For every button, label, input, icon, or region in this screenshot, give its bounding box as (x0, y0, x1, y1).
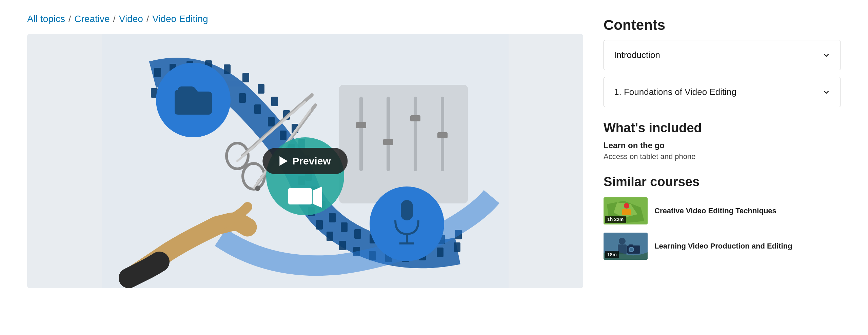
preview-button[interactable]: Preview (262, 148, 348, 174)
accordion-introduction-label: Introduction (614, 50, 660, 60)
play-icon (279, 156, 288, 166)
similar-courses-title: Similar courses (604, 175, 841, 189)
svg-rect-2 (359, 97, 363, 171)
svg-rect-39 (239, 93, 246, 103)
course-2-duration: 18m (605, 251, 619, 258)
hero-image: Preview (27, 34, 583, 288)
breadcrumb-video[interactable]: Video (119, 14, 143, 24)
svg-rect-26 (341, 222, 348, 232)
svg-rect-4 (387, 97, 390, 171)
svg-rect-16 (258, 84, 264, 94)
course-thumbnail-2: 18m (604, 233, 648, 260)
svg-rect-6 (414, 97, 417, 171)
breadcrumb: All topics / Creative / Video / Video Ed… (27, 14, 583, 24)
svg-rect-9 (437, 132, 448, 138)
accordion-foundations[interactable]: 1. Foundations of Video Editing (604, 77, 841, 107)
svg-point-78 (630, 248, 633, 251)
svg-rect-49 (327, 232, 333, 241)
sidebar: Contents Introduction 1. Foundations of … (604, 14, 841, 288)
svg-rect-50 (339, 241, 346, 250)
svg-rect-15 (242, 73, 249, 82)
svg-rect-5 (383, 139, 393, 145)
svg-rect-3 (356, 122, 366, 128)
whats-included-title: What's included (604, 121, 841, 135)
svg-point-74 (619, 238, 626, 244)
breadcrumb-all-topics[interactable]: All topics (27, 14, 65, 24)
accordion-foundations-header[interactable]: 1. Foundations of Video Editing (604, 77, 841, 107)
svg-rect-48 (316, 220, 323, 230)
page-wrapper: All topics / Creative / Video / Video Ed… (0, 0, 868, 302)
course-card-2[interactable]: 18m Learning Video Production and Editin… (604, 233, 841, 260)
breadcrumb-sep-2: / (113, 14, 116, 24)
course-title-2: Learning Video Production and Editing (654, 241, 792, 251)
svg-rect-40 (254, 104, 261, 114)
svg-rect-10 (154, 68, 161, 77)
svg-rect-25 (329, 213, 336, 222)
svg-rect-79 (629, 244, 633, 246)
breadcrumb-creative[interactable]: Creative (74, 14, 110, 24)
svg-rect-42 (280, 131, 287, 140)
course-1-duration: 1h 22m (605, 216, 626, 223)
breadcrumb-sep-3: / (146, 14, 149, 24)
svg-rect-56 (437, 248, 443, 257)
preview-button-label: Preview (292, 155, 331, 167)
contents-title: Contents (604, 17, 841, 33)
feature-label: Learn on the go (604, 141, 841, 150)
course-info-2: Learning Video Production and Editing (654, 241, 792, 251)
svg-rect-71 (622, 209, 631, 215)
svg-point-72 (624, 203, 629, 209)
svg-rect-14 (224, 64, 231, 74)
course-card-1[interactable]: 1h 22m Creative Video Editing Techniques (604, 197, 841, 224)
accordion-introduction[interactable]: Introduction (604, 40, 841, 70)
svg-point-59 (370, 186, 444, 261)
svg-rect-67 (288, 188, 312, 204)
breadcrumb-video-editing[interactable]: Video Editing (152, 14, 208, 24)
svg-rect-7 (410, 115, 420, 121)
svg-rect-60 (401, 200, 413, 220)
chevron-down-icon-2 (822, 88, 830, 96)
course-thumbnail-1: 1h 22m (604, 197, 648, 224)
course-title-1: Creative Video Editing Techniques (654, 206, 776, 216)
svg-rect-17 (271, 97, 278, 106)
svg-rect-41 (268, 117, 275, 126)
feature-learn-on-go: Learn on the go Access on tablet and pho… (604, 141, 841, 161)
breadcrumb-sep-1: / (68, 14, 71, 24)
svg-rect-27 (354, 229, 361, 239)
main-content: All topics / Creative / Video / Video Ed… (27, 14, 583, 288)
contents-section: Contents Introduction 1. Foundations of … (604, 17, 841, 107)
accordion-foundations-label: 1. Foundations of Video Editing (614, 87, 736, 97)
chevron-down-icon (822, 51, 830, 59)
svg-rect-57 (454, 242, 460, 252)
accordion-introduction-header[interactable]: Introduction (604, 40, 841, 70)
svg-rect-1 (339, 85, 468, 203)
feature-desc: Access on tablet and phone (604, 152, 841, 161)
similar-courses-section: Similar courses 1h 22m Creative Video (604, 175, 841, 260)
whats-included-section: What's included Learn on the go Access o… (604, 121, 841, 161)
course-info-1: Creative Video Editing Techniques (654, 206, 776, 216)
